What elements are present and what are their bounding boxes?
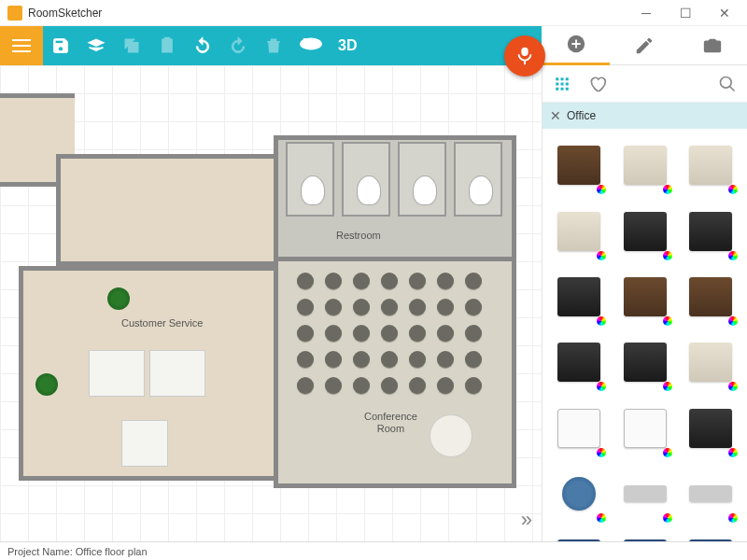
- favorites-tab[interactable]: [584, 70, 612, 98]
- furniture-whiteboard-easel[interactable]: [548, 397, 610, 458]
- undo-button[interactable]: [185, 26, 220, 65]
- color-picker-icon[interactable]: [597, 448, 606, 457]
- delete-button[interactable]: [256, 26, 291, 65]
- conference-chair[interactable]: [465, 273, 482, 289]
- plant[interactable]: [35, 373, 58, 396]
- desk[interactable]: [121, 420, 168, 467]
- color-picker-icon[interactable]: [597, 185, 606, 194]
- conference-chair[interactable]: [437, 351, 454, 368]
- search-button[interactable]: [713, 70, 741, 98]
- conference-chair[interactable]: [409, 325, 426, 342]
- close-category-icon[interactable]: ✕: [550, 108, 561, 123]
- save-button[interactable]: [43, 26, 78, 65]
- tab-snapshot[interactable]: [679, 26, 747, 65]
- window-close-button[interactable]: ✕: [706, 0, 743, 26]
- conference-chair[interactable]: [353, 273, 370, 289]
- tab-add[interactable]: [542, 26, 610, 65]
- furniture-keyboard-dark[interactable]: [680, 463, 741, 525]
- conference-chair[interactable]: [325, 377, 342, 394]
- color-picker-icon[interactable]: [663, 251, 672, 260]
- furniture-file-cabinet-wide[interactable]: [680, 134, 741, 196]
- color-picker-icon[interactable]: [663, 185, 672, 194]
- furniture-whiteboard-stand[interactable]: [613, 397, 675, 458]
- tab-draw[interactable]: [610, 26, 678, 65]
- conference-chair[interactable]: [297, 325, 314, 342]
- round-table[interactable]: [430, 414, 472, 457]
- conference-chair[interactable]: [353, 377, 370, 394]
- color-picker-icon[interactable]: [597, 382, 606, 391]
- room-hallway[interactable]: [56, 154, 280, 266]
- window-minimize-button[interactable]: ─: [627, 0, 665, 26]
- furniture-locker-dark[interactable]: [680, 200, 741, 261]
- furniture-file-cabinet-small[interactable]: [548, 200, 610, 261]
- conference-chair[interactable]: [353, 351, 370, 368]
- conference-chair[interactable]: [437, 325, 454, 342]
- conference-chair[interactable]: [325, 299, 342, 315]
- color-picker-icon[interactable]: [597, 513, 606, 523]
- window-maximize-button[interactable]: ☐: [667, 0, 704, 26]
- plant[interactable]: [107, 287, 130, 310]
- copy-button[interactable]: [114, 26, 149, 65]
- redo-button[interactable]: [220, 26, 256, 65]
- furniture-cabinet-wood[interactable]: [680, 266, 741, 328]
- color-picker-icon[interactable]: [663, 316, 672, 326]
- conference-chair[interactable]: [297, 299, 314, 315]
- view-3d-button[interactable]: 3D: [331, 26, 364, 65]
- conference-chair[interactable]: [381, 351, 398, 368]
- conference-chair[interactable]: [465, 299, 482, 315]
- conference-chair[interactable]: [353, 325, 370, 342]
- furniture-desk-drawer-dark[interactable]: [548, 266, 610, 328]
- toilet-stall[interactable]: [398, 142, 446, 217]
- paste-button[interactable]: [149, 26, 185, 65]
- conference-chair[interactable]: [465, 351, 482, 368]
- conference-chair[interactable]: [409, 273, 426, 289]
- conference-chair[interactable]: [465, 377, 482, 394]
- conference-chair[interactable]: [381, 273, 398, 289]
- conference-chair[interactable]: [409, 299, 426, 315]
- camera-position-button[interactable]: [504, 35, 545, 77]
- floorplan-canvas[interactable]: Restroom Conference Room Customer Servic…: [0, 65, 542, 541]
- color-picker-icon[interactable]: [663, 448, 672, 457]
- color-picker-icon[interactable]: [663, 513, 672, 523]
- expand-panel-button[interactable]: »: [521, 508, 532, 532]
- furniture-file-cabinet-tall[interactable]: [680, 331, 741, 393]
- furniture-tall-cabinet[interactable]: [548, 134, 610, 196]
- furniture-shelving-unit[interactable]: [613, 331, 675, 393]
- room-conference[interactable]: [274, 257, 516, 488]
- conference-chair[interactable]: [325, 351, 342, 368]
- desk[interactable]: [89, 350, 145, 397]
- furniture-globe-blue[interactable]: [548, 463, 610, 525]
- toilet-stall[interactable]: [286, 142, 334, 217]
- library-grid-tab[interactable]: [548, 70, 576, 98]
- conference-chair[interactable]: [325, 325, 342, 342]
- toilet-stall[interactable]: [342, 142, 390, 217]
- conference-chair[interactable]: [353, 299, 370, 315]
- color-picker-icon[interactable]: [597, 251, 606, 260]
- toilet-stall[interactable]: [454, 142, 502, 217]
- furniture-laptop-open-grey[interactable]: [548, 528, 610, 541]
- conference-chair[interactable]: [325, 273, 342, 289]
- conference-chair[interactable]: [381, 377, 398, 394]
- color-picker-icon[interactable]: [597, 316, 606, 326]
- color-picker-icon[interactable]: [728, 185, 738, 194]
- conference-chair[interactable]: [465, 325, 482, 342]
- category-header[interactable]: ✕ Office: [543, 103, 747, 129]
- furniture-laptop-closed[interactable]: [680, 528, 741, 541]
- furniture-keyboard-light[interactable]: [613, 463, 675, 525]
- conference-chair[interactable]: [409, 351, 426, 368]
- menu-button[interactable]: [0, 26, 43, 65]
- layers-button[interactable]: [78, 26, 114, 65]
- conference-chair[interactable]: [437, 377, 454, 394]
- furniture-file-cabinet-2drawer[interactable]: [613, 134, 675, 196]
- furniture-laptop-open-blue[interactable]: [613, 528, 675, 541]
- furniture-desk-drawer-wood[interactable]: [613, 266, 675, 328]
- conference-chair[interactable]: [297, 351, 314, 368]
- color-picker-icon[interactable]: [663, 382, 672, 391]
- conference-chair[interactable]: [409, 377, 426, 394]
- conference-chair[interactable]: [297, 377, 314, 394]
- color-picker-icon[interactable]: [728, 382, 738, 391]
- view-360-button[interactable]: 360: [291, 26, 331, 65]
- color-picker-icon[interactable]: [728, 513, 738, 523]
- color-picker-icon[interactable]: [728, 251, 738, 260]
- conference-chair[interactable]: [437, 299, 454, 315]
